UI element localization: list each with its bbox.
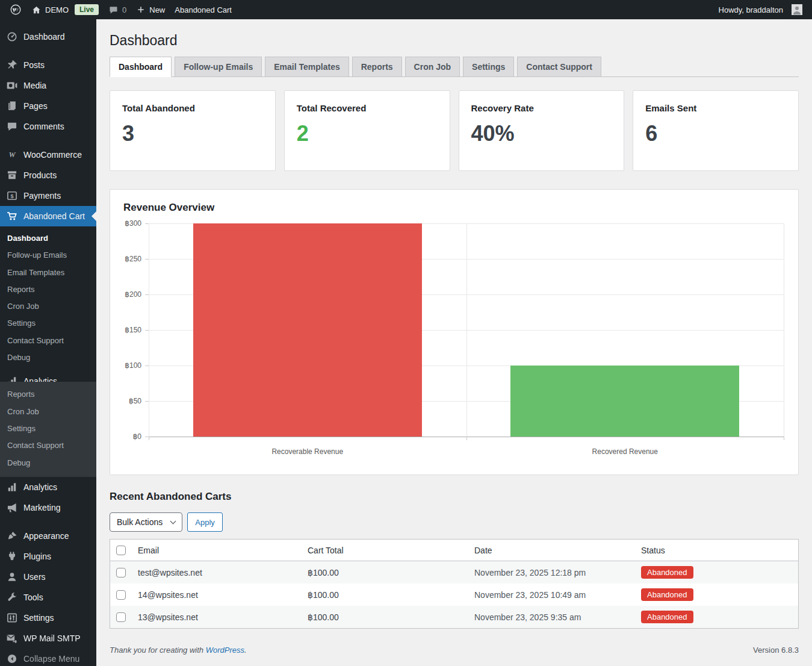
column-header-email: Email [132,540,302,561]
revenue-bar-chart: ฿0฿50฿100฿150฿200฿250฿300 Recoverable Re… [123,220,785,459]
sidebar-item-users[interactable]: Users [0,567,96,587]
row-checkbox[interactable] [116,612,126,622]
submenu-item-dashboard[interactable]: Dashboard [0,230,96,247]
version-text: Version 6.8.3 [753,646,799,655]
stat-card-value: 40% [471,123,612,145]
sidebar-item-pages[interactable]: Pages [0,96,96,116]
flyout-item-settings[interactable]: Settings [0,420,96,437]
tab-settings[interactable]: Settings [463,57,514,77]
live-status: Live [73,0,104,19]
sidebar-item-label: Tools [23,593,43,602]
tab-follow-up-emails[interactable]: Follow-up Emails [175,57,262,77]
sidebar-item-settings[interactable]: Settings [0,608,96,628]
tab-email-templates[interactable]: Email Templates [265,57,349,77]
apply-button[interactable]: Apply [187,512,223,532]
site-name-link[interactable]: DEMO [26,0,73,19]
sidebar-item-wp-mail-smtp[interactable]: WP Mail SMTP [0,628,96,649]
sidebar-item-comments[interactable]: Comments [0,116,96,137]
status-cell: Abandoned [635,561,799,584]
sliders-icon [6,612,18,624]
y-axis-label: ฿0 [133,432,141,441]
menu-separator [0,518,96,526]
flyout-item-contact-support[interactable]: Contact Support [0,437,96,454]
wordpress-link[interactable]: WordPress [206,646,244,655]
plug-icon [6,550,18,562]
tab-cron-job[interactable]: Cron Job [405,57,460,77]
sidebar-item-label: Abandoned Cart [23,211,85,221]
submenu-item-cron-job[interactable]: Cron Job [0,298,96,315]
sidebar-item-payments[interactable]: Payments [0,185,96,206]
tab-dashboard[interactable]: Dashboard [110,57,172,77]
x-axis-label: Recovered Revenue [592,447,658,456]
sidebar-item-products[interactable]: Products [0,165,96,185]
admin-bar-current-page[interactable]: Abandoned Cart [170,0,237,19]
sidebar-item-woocommerce[interactable]: WooCommerce [0,145,96,165]
submenu-item-email-templates[interactable]: Email Templates [0,264,96,281]
sidebar-item-collapse-menu[interactable]: Collapse Menu [0,649,96,666]
sidebar-item-posts[interactable]: Posts [0,55,96,75]
bar-recovered-revenue [510,366,739,437]
submenu-item-settings[interactable]: Settings [0,315,96,332]
sidebar-item-media[interactable]: Media [0,75,96,96]
tab-contact-support[interactable]: Contact Support [517,57,601,77]
mail-arrow-icon [6,632,18,644]
email-cell: 13@wpsites.net [132,606,302,629]
user-icon [6,571,18,583]
sidebar-item-dashboard[interactable]: Dashboard [0,26,96,47]
products-icon [6,169,18,181]
submenu-item-follow-up-emails[interactable]: Follow-up Emails [0,247,96,264]
cart-total-cell: ฿100.00 [302,584,468,606]
tab-reports[interactable]: Reports [352,57,402,77]
status-cell: Abandoned [635,606,799,629]
select-all-checkbox[interactable] [116,546,126,555]
row-checkbox-cell [110,584,132,606]
sidebar-item-label: Dashboard [23,32,65,42]
y-axis-label: ฿150 [125,326,141,334]
pages-icon [6,100,18,112]
email-cell: test@wpsites.net [132,561,302,584]
comment-bubble-icon [108,5,119,15]
flyout-item-debug[interactable]: Debug [0,455,96,471]
sidebar-item-label: Users [23,572,46,582]
column-header-status: Status [635,540,799,561]
flyout-item-reports[interactable]: Reports [0,386,96,403]
cart-icon [6,210,18,222]
user-avatar [792,4,802,15]
woocommerce-icon [6,149,18,161]
sidebar-item-tools[interactable]: Tools [0,587,96,608]
table-row: test@wpsites.net฿100.00November 23, 2025… [110,561,799,584]
y-axis-label: ฿200 [125,290,141,299]
submenu-item-debug[interactable]: Debug [0,349,96,366]
sidebar-item-analytics[interactable]: Analytics [0,477,96,497]
sidebar-item-marketing[interactable]: Marketing [0,497,96,518]
column-header-cart-total: Cart Total [302,540,468,561]
row-checkbox[interactable] [116,590,126,600]
my-account-menu[interactable]: Howdy, braddalton [714,0,807,19]
date-cell: November 23, 2025 10:49 am [468,584,635,606]
submenu-item-contact-support[interactable]: Contact Support [0,332,96,349]
new-content-menu[interactable]: New [131,0,170,19]
sidebar-item-label: Marketing [23,503,60,512]
y-axis-label: ฿50 [129,397,141,405]
page-title: Dashboard [110,29,799,49]
stat-card-recovery-rate: Recovery Rate40% [459,90,625,171]
wordpress-logo-icon [10,4,22,16]
stat-card-label: Recovery Rate [471,103,612,113]
comments-link[interactable]: 0 [104,0,131,19]
sidebar-item-abandoned-cart[interactable]: Abandoned Cart [0,206,96,226]
sidebar-menu: DashboardPostsMediaPagesCommentsWooComme… [0,26,96,666]
sidebar-item-label: Media [23,81,46,90]
sidebar-item-plugins[interactable]: Plugins [0,546,96,567]
sidebar-item-appearance[interactable]: Appearance [0,526,96,546]
y-axis-label: ฿250 [125,255,141,263]
row-checkbox[interactable] [116,568,126,577]
megaphone-icon [6,502,18,514]
collapse-arrow-icon [6,653,18,665]
stat-card-total-abandoned: Total Abandoned3 [110,90,276,171]
site-name: DEMO [45,5,69,14]
sidebar-item-label: WooCommerce [23,150,82,160]
bulk-actions-select[interactable]: Bulk Actions [110,512,182,532]
wp-logo-menu[interactable] [5,0,26,19]
submenu-item-reports[interactable]: Reports [0,281,96,298]
flyout-item-cron-job[interactable]: Cron Job [0,403,96,420]
